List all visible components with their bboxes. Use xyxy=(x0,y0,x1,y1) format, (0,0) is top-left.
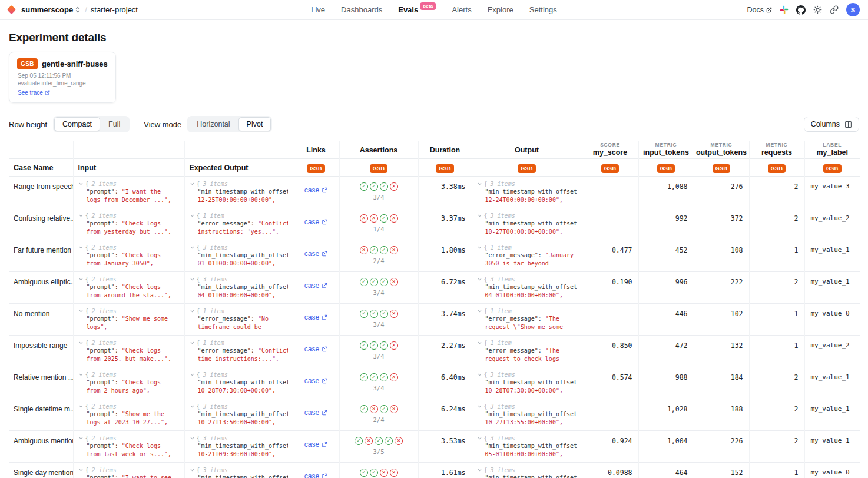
expand-caret-icon[interactable] xyxy=(477,245,482,250)
assertions-ratio: 1/4 xyxy=(344,225,413,233)
nav-item-settings[interactable]: Settings xyxy=(529,0,557,19)
user-avatar[interactable]: S xyxy=(846,3,860,16)
table-row[interactable]: Confusing relative...{2 items"prompt": "… xyxy=(9,208,860,240)
case-link[interactable]: case xyxy=(304,472,327,478)
docs-link[interactable]: Docs xyxy=(747,6,772,14)
nav-item-evals[interactable]: Evalsbeta xyxy=(398,0,436,19)
assertion-pass-icon: ✓ xyxy=(380,341,388,350)
share-link-button[interactable] xyxy=(830,5,839,14)
nav-item-explore[interactable]: Explore xyxy=(488,0,513,19)
org-switcher[interactable]: summerscope xyxy=(20,4,81,15)
requests-cell: 1 xyxy=(749,463,804,478)
expand-caret-icon[interactable] xyxy=(477,308,482,314)
expand-caret-icon[interactable] xyxy=(190,181,195,187)
nav-item-live[interactable]: Live xyxy=(311,0,325,19)
expand-caret-icon[interactable] xyxy=(477,467,482,473)
expand-caret-icon[interactable] xyxy=(190,308,195,314)
expand-caret-icon[interactable] xyxy=(190,213,195,218)
table-row[interactable]: Relative mention ...{2 items"prompt": "C… xyxy=(9,367,860,399)
assertions-ratio: 3/4 xyxy=(344,321,413,328)
theme-toggle-button[interactable] xyxy=(813,5,822,14)
item-count: 2 items xyxy=(92,340,117,346)
expand-caret-icon[interactable] xyxy=(477,372,482,377)
item-count: 3 items xyxy=(203,371,228,378)
json-snippet: "prompt": "I want thelogs from December … xyxy=(87,188,180,204)
label-cell: my_value_1 xyxy=(804,431,860,463)
json-snippet: "min_timestamp_with_offset":05-08T00:00:… xyxy=(198,474,288,478)
expand-caret-icon[interactable] xyxy=(78,404,84,409)
case-link[interactable]: case xyxy=(304,409,327,417)
github-button[interactable] xyxy=(796,5,806,15)
table-row[interactable]: Impossible range{2 items"prompt": "Check… xyxy=(9,336,860,367)
requests-cell: 2 xyxy=(749,177,804,208)
expand-caret-icon[interactable] xyxy=(190,404,195,409)
duration-cell: 3.38ms xyxy=(418,177,472,208)
expand-caret-icon[interactable] xyxy=(190,436,195,441)
case-link[interactable]: case xyxy=(304,377,327,385)
expand-caret-icon[interactable] xyxy=(78,436,84,441)
case-link[interactable]: case xyxy=(304,250,327,258)
expected-output-cell: {1 item"error_message": "Notimeframe cou… xyxy=(184,304,293,336)
expand-caret-icon[interactable] xyxy=(477,213,482,218)
assertion-pass-icon: ✓ xyxy=(370,278,378,286)
table-row[interactable]: No mention{2 items"prompt": "Show me som… xyxy=(9,304,860,336)
json-snippet: "min_timestamp_with_offset":10-27T13:50:… xyxy=(198,410,288,426)
table-row[interactable]: Ambiguous elliptic...{2 items"prompt": "… xyxy=(9,272,860,304)
row-height-full-button[interactable]: Full xyxy=(100,117,128,131)
table-row[interactable]: Ambiguous mention{2 items"prompt": "Chec… xyxy=(9,431,860,463)
object-brace-icon: { xyxy=(197,276,200,283)
expand-caret-icon[interactable] xyxy=(78,372,84,377)
nav-item-label: Explore xyxy=(488,5,513,14)
links-cell: case xyxy=(293,399,339,431)
object-brace-icon: { xyxy=(85,403,89,410)
output-json: {1 item"error_message": "Therequest \"Sh… xyxy=(477,308,577,331)
expected-output-json: {3 items"min_timestamp_with_offset":05-0… xyxy=(190,467,288,478)
case-link[interactable]: case xyxy=(304,281,327,290)
case-link[interactable]: case xyxy=(304,186,327,194)
expand-caret-icon[interactable] xyxy=(190,245,195,250)
label-cell: my_value_2 xyxy=(804,208,860,240)
expand-caret-icon[interactable] xyxy=(78,340,84,346)
output-cell: {1 item"error_message": "Therequest to c… xyxy=(472,336,582,367)
see-trace-link[interactable]: See trace xyxy=(18,89,50,96)
table-row[interactable]: Range from speech{2 items"prompt": "I wa… xyxy=(9,177,860,208)
object-brace-icon: { xyxy=(197,371,200,378)
expand-caret-icon[interactable] xyxy=(190,340,195,346)
view-mode-pivot-button[interactable]: Pivot xyxy=(238,117,271,131)
expand-caret-icon[interactable] xyxy=(78,467,84,473)
expand-caret-icon[interactable] xyxy=(477,181,482,187)
nav-item-dashboards[interactable]: Dashboards xyxy=(341,0,382,19)
expand-caret-icon[interactable] xyxy=(190,277,195,282)
breadcrumb-project[interactable]: starter-project xyxy=(91,5,138,14)
expand-caret-icon[interactable] xyxy=(78,181,84,187)
row-height-compact-button[interactable]: Compact xyxy=(54,117,100,131)
slack-button[interactable] xyxy=(780,5,789,14)
table-row[interactable]: Far future mention{2 items"prompt": "Che… xyxy=(9,240,860,272)
columns-button[interactable]: Columns xyxy=(804,117,859,132)
expand-caret-icon[interactable] xyxy=(477,340,482,346)
expand-caret-icon[interactable] xyxy=(78,245,84,250)
table-row[interactable]: Single datetime m...{2 items"prompt": "S… xyxy=(9,399,860,431)
case-link[interactable]: case xyxy=(304,218,327,226)
input-tokens-cell: 1,088 xyxy=(638,177,694,208)
expand-caret-icon[interactable] xyxy=(78,213,84,218)
case-link-label: case xyxy=(304,472,319,478)
table-row[interactable]: Single day mention{2 items"prompt": "I w… xyxy=(9,463,860,478)
experiment-description: evaluate infer_time_range xyxy=(18,80,108,87)
view-mode-horizontal-button[interactable]: Horizontal xyxy=(188,117,238,131)
case-link[interactable]: case xyxy=(304,345,327,353)
case-link[interactable]: case xyxy=(304,313,327,321)
expected-output-json: {3 items"min_timestamp_with_offset":10-2… xyxy=(190,403,288,426)
expand-caret-icon[interactable] xyxy=(190,467,195,473)
object-brace-icon: { xyxy=(484,244,488,251)
case-link[interactable]: case xyxy=(304,440,327,449)
expand-caret-icon[interactable] xyxy=(78,277,84,282)
nav-item-alerts[interactable]: Alerts xyxy=(452,0,471,19)
expand-caret-icon[interactable] xyxy=(78,308,84,314)
expand-caret-icon[interactable] xyxy=(477,436,482,441)
expand-caret-icon[interactable] xyxy=(190,372,195,377)
object-brace-icon: { xyxy=(197,308,200,314)
expand-caret-icon[interactable] xyxy=(477,404,482,409)
expand-caret-icon[interactable] xyxy=(477,277,482,282)
duration-cell: 3.53ms xyxy=(418,431,472,463)
